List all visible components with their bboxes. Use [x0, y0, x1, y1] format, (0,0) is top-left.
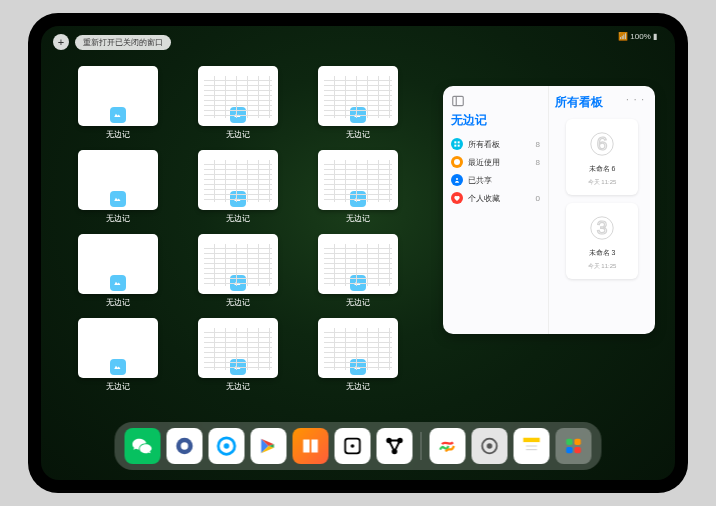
reopen-window-button[interactable]: 重新打开已关闭的窗口	[75, 35, 171, 50]
window-label: 无边记	[106, 381, 130, 392]
app-badge-icon	[230, 191, 246, 207]
app-badge-icon	[110, 191, 126, 207]
dock-app-qqbrowser[interactable]	[209, 428, 245, 464]
svg-point-7	[456, 178, 458, 180]
board-time: 今天 11:25	[588, 178, 617, 187]
window-thumbnail	[318, 150, 398, 210]
svg-rect-0	[453, 96, 464, 105]
app-window[interactable]: 无边记	[181, 234, 295, 308]
app-window[interactable]: 无边记	[301, 150, 415, 224]
app-badge-icon	[230, 275, 246, 291]
popup-left: 无边记 所有看板8最近使用8已共享个人收藏0	[443, 86, 549, 334]
app-badge-icon	[350, 275, 366, 291]
panel-icon	[451, 94, 465, 108]
app-window[interactable]: 无边记	[61, 234, 175, 308]
dock-app-freeform[interactable]	[430, 428, 466, 464]
window-label: 无边记	[346, 381, 370, 392]
app-window[interactable]: 无边记	[61, 150, 175, 224]
svg-rect-4	[454, 145, 456, 147]
app-window[interactable]: 无边记	[61, 318, 175, 392]
window-thumbnail	[318, 318, 398, 378]
window-label: 无边记	[106, 213, 130, 224]
window-label: 无边记	[346, 129, 370, 140]
app-window[interactable]: 无边记	[61, 66, 175, 140]
window-thumbnail	[78, 150, 158, 210]
more-icon[interactable]: · · ·	[626, 94, 645, 105]
app-badge-icon	[110, 275, 126, 291]
window-label: 无边记	[106, 297, 130, 308]
app-window[interactable]: 无边记	[301, 318, 415, 392]
grid-icon	[451, 138, 463, 150]
window-thumbnail	[198, 234, 278, 294]
sidebar-item[interactable]: 已共享	[451, 171, 540, 189]
window-thumbnail	[198, 66, 278, 126]
dock-app-dice[interactable]	[335, 428, 371, 464]
sidebar-item[interactable]: 所有看板8	[451, 135, 540, 153]
screen: 📶 100% ▮ + 重新打开已关闭的窗口 无边记无边记无边记无边记无边记无边记…	[41, 26, 675, 480]
window-label: 无边记	[346, 213, 370, 224]
popup-right: · · · 所有看板 6未命名 6今天 11:253未命名 3今天 11:25	[549, 86, 655, 334]
window-label: 无边记	[226, 297, 250, 308]
dock-app-appgroup[interactable]	[556, 428, 592, 464]
dock-app-play[interactable]	[251, 428, 287, 464]
sketch-icon: 6	[586, 128, 618, 160]
app-window[interactable]: 无边记	[301, 234, 415, 308]
app-window[interactable]: 无边记	[301, 66, 415, 140]
svg-point-15	[224, 443, 230, 449]
board-card[interactable]: 6未命名 6今天 11:25	[566, 119, 638, 195]
svg-rect-30	[574, 447, 580, 453]
dock-app-books[interactable]	[293, 428, 329, 464]
people-icon	[451, 174, 463, 186]
svg-rect-3	[458, 141, 460, 143]
window-thumbnail	[198, 150, 278, 210]
sidebar-item[interactable]: 个人收藏0	[451, 189, 540, 207]
window-thumbnail	[78, 234, 158, 294]
clock-icon	[451, 156, 463, 168]
new-window-button[interactable]: +	[53, 34, 69, 50]
sidebar-item-count: 0	[536, 194, 540, 203]
svg-rect-24	[523, 442, 540, 454]
window-label: 无边记	[226, 129, 250, 140]
svg-point-22	[487, 443, 493, 449]
sidebar-item-label: 所有看板	[468, 139, 500, 150]
sidebar-item[interactable]: 最近使用8	[451, 153, 540, 171]
app-badge-icon	[110, 107, 126, 123]
app-badge-icon	[110, 359, 126, 375]
app-badge-icon	[350, 107, 366, 123]
svg-text:6: 6	[597, 133, 608, 154]
status-bar: 📶 100% ▮	[618, 32, 657, 41]
dock-app-quark[interactable]	[167, 428, 203, 464]
dock-app-notes[interactable]	[514, 428, 550, 464]
sidebar-item-label: 个人收藏	[468, 193, 500, 204]
svg-rect-5	[458, 145, 460, 147]
board-time: 今天 11:25	[588, 262, 617, 271]
sketch-icon: 3	[586, 212, 618, 244]
dock-app-wechat[interactable]	[125, 428, 161, 464]
board-name: 未命名 3	[589, 248, 616, 258]
svg-text:3: 3	[597, 217, 608, 238]
svg-point-13	[181, 442, 188, 449]
dock-app-settings[interactable]	[472, 428, 508, 464]
sidebar-popup: 无边记 所有看板8最近使用8已共享个人收藏0 · · · 所有看板 6未命名 6…	[443, 86, 655, 334]
window-thumbnail	[78, 318, 158, 378]
window-thumbnail	[318, 66, 398, 126]
board-card[interactable]: 3未命名 3今天 11:25	[566, 203, 638, 279]
app-badge-icon	[350, 191, 366, 207]
sidebar-item-label: 已共享	[468, 175, 492, 186]
window-label: 无边记	[226, 381, 250, 392]
window-label: 无边记	[346, 297, 370, 308]
sidebar-item-label: 最近使用	[468, 157, 500, 168]
app-window[interactable]: 无边记	[181, 150, 295, 224]
svg-point-17	[351, 444, 355, 448]
sidebar-item-count: 8	[536, 158, 540, 167]
top-bar: + 重新打开已关闭的窗口	[53, 34, 171, 50]
dock-separator	[421, 432, 422, 460]
dock-app-graph[interactable]	[377, 428, 413, 464]
ipad-frame: 📶 100% ▮ + 重新打开已关闭的窗口 无边记无边记无边记无边记无边记无边记…	[28, 13, 688, 493]
svg-rect-29	[566, 447, 572, 453]
sidebar-item-count: 8	[536, 140, 540, 149]
app-window[interactable]: 无边记	[181, 318, 295, 392]
app-window[interactable]: 无边记	[181, 66, 295, 140]
app-badge-icon	[230, 359, 246, 375]
svg-rect-23	[523, 438, 540, 443]
